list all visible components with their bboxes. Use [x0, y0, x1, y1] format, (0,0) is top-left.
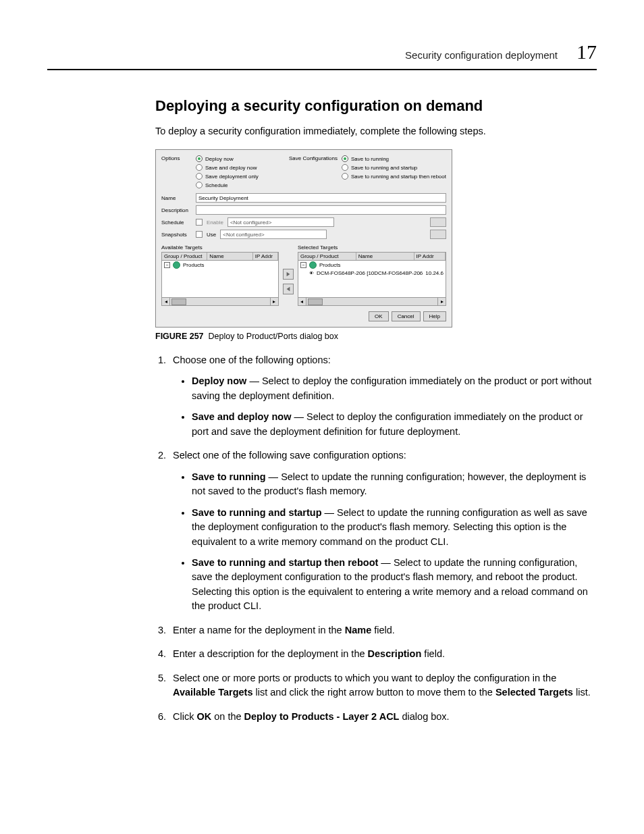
radio-icon: [196, 155, 203, 162]
step-1-bullet-2: Save and deploy now — Select to deploy t…: [192, 410, 597, 439]
schedule-browse-button[interactable]: [430, 217, 446, 227]
available-targets-header: Group / Product Name IP Addr: [161, 252, 279, 261]
option-save-deploy-now[interactable]: Save and deploy now: [196, 164, 259, 171]
available-scrollbar[interactable]: ◂ ▸: [161, 298, 279, 306]
selected-product-name: DCM-FOS648P-206 [10DCM-FOS648P-206: [317, 270, 423, 276]
radio-icon: [342, 173, 348, 180]
lead-paragraph: To deploy a security configuration immed…: [155, 124, 597, 138]
section-title: Security configuration deployment: [405, 49, 558, 61]
radio-icon: [196, 182, 203, 188]
tree-collapse-icon[interactable]: −: [300, 262, 306, 268]
scroll-left-icon[interactable]: ◂: [298, 298, 306, 305]
table-row[interactable]: − Products: [162, 261, 278, 269]
description-label: Description: [161, 207, 192, 213]
selected-targets-panel: Selected Targets Group / Product Name IP…: [298, 244, 446, 306]
radio-icon: [196, 173, 203, 180]
snapshots-value[interactable]: <Not configured>: [220, 230, 327, 239]
save-config-label: Save Configurations: [289, 155, 338, 190]
step-1-bullet-1: Deploy now — Select to deploy the config…: [192, 374, 597, 403]
step-2-bullet-2: Save to running and startup — Select to …: [192, 506, 597, 549]
figure-label: FIGURE 257: [155, 332, 204, 341]
option-deploy-now[interactable]: Deploy now: [196, 155, 259, 162]
step-5: Select one or more ports or products to …: [169, 671, 597, 700]
move-right-button[interactable]: [283, 269, 294, 280]
table-row[interactable]: 👁 DCM-FOS648P-206 [10DCM-FOS648P-206 10.…: [298, 269, 446, 277]
option-save-only[interactable]: Save deployment only: [196, 173, 259, 180]
step-6: Click OK on the Deploy to Products - Lay…: [169, 710, 597, 724]
selected-targets-title: Selected Targets: [298, 244, 446, 251]
selected-scrollbar[interactable]: ◂ ▸: [298, 298, 446, 306]
scroll-left-icon[interactable]: ◂: [162, 298, 170, 305]
available-targets-panel: Available Targets Group / Product Name I…: [161, 244, 279, 306]
step-4: Enter a description for the deployment i…: [169, 647, 597, 661]
step-2: Select one of the following save configu…: [169, 448, 597, 614]
available-targets-list[interactable]: − Products: [161, 261, 279, 298]
options-label: Options: [161, 155, 192, 190]
column-group[interactable]: Group / Product: [298, 253, 356, 260]
products-node-label: Products: [319, 262, 341, 268]
page-header: Security configuration deployment 17: [47, 41, 597, 63]
table-row[interactable]: − Products: [298, 261, 446, 269]
schedule-row-label: Schedule: [161, 219, 192, 226]
chevron-left-icon: [286, 286, 291, 292]
scroll-right-icon[interactable]: ▸: [437, 298, 446, 305]
help-button[interactable]: Help: [423, 311, 446, 321]
page: Security configuration deployment 17 Dep…: [0, 0, 644, 834]
chapter-number: 17: [576, 41, 597, 63]
column-group[interactable]: Group / Product: [162, 253, 207, 260]
name-label: Name: [161, 195, 192, 201]
description-field[interactable]: [196, 205, 446, 215]
step-1: Choose one of the following options: Dep…: [169, 353, 597, 439]
schedule-enable-checkbox[interactable]: [196, 219, 203, 226]
column-name[interactable]: Name: [207, 253, 252, 260]
globe-icon: [309, 261, 317, 269]
radio-icon: [342, 164, 348, 171]
save-running-startup[interactable]: Save to running and startup: [342, 164, 446, 171]
name-field[interactable]: Security Deployment: [196, 193, 446, 203]
cancel-button[interactable]: Cancel: [392, 311, 421, 321]
snapshots-use-label: Use: [207, 232, 216, 238]
steps-list: Choose one of the following options: Dep…: [155, 353, 597, 724]
available-targets-title: Available Targets: [161, 244, 279, 251]
snapshots-use-checkbox[interactable]: [196, 231, 203, 238]
step-2-bullet-3: Save to running and startup then reboot …: [192, 556, 597, 614]
page-title: Deploying a security configuration on de…: [155, 97, 597, 115]
option-schedule[interactable]: Schedule: [196, 182, 259, 188]
column-name[interactable]: Name: [356, 253, 414, 260]
schedule-value[interactable]: <Not configured>: [227, 217, 334, 227]
column-ip[interactable]: IP Addr: [253, 253, 278, 260]
step-3: Enter a name for the deployment in the N…: [169, 623, 597, 637]
snapshots-browse-button[interactable]: [430, 230, 446, 239]
globe-icon: [173, 261, 180, 269]
radio-icon: [196, 164, 203, 171]
step-2-bullet-1: Save to running — Select to update the r…: [192, 470, 597, 499]
selected-product-ip: 10.24.6: [425, 270, 444, 276]
schedule-enable-label: Enable: [207, 219, 223, 226]
chevron-right-icon: [286, 271, 291, 277]
ok-button[interactable]: OK: [369, 311, 389, 321]
scrollbar-thumb[interactable]: [308, 298, 323, 305]
header-rule: [47, 69, 597, 70]
column-ip[interactable]: IP Addr: [414, 253, 446, 260]
move-left-button[interactable]: [283, 284, 294, 294]
save-running-startup-reboot[interactable]: Save to running and startup then reboot: [342, 173, 446, 180]
selected-targets-list[interactable]: − Products 👁 DCM-FOS648P-206 [10DCM-FOS6…: [298, 261, 446, 298]
scroll-right-icon[interactable]: ▸: [270, 298, 278, 305]
snapshots-label: Snapshots: [161, 232, 192, 238]
figure-caption-text: Deploy to Product/Ports dialog box: [209, 332, 338, 341]
save-running[interactable]: Save to running: [342, 155, 446, 162]
figure-caption: FIGURE 257 Deploy to Product/Ports dialo…: [155, 332, 597, 341]
content-column: Deploying a security configuration on de…: [155, 97, 597, 724]
tree-collapse-icon[interactable]: −: [164, 262, 170, 268]
selected-targets-header: Group / Product Name IP Addr: [298, 252, 446, 261]
radio-icon: [342, 155, 348, 162]
deploy-dialog: Options Deploy now Save and deploy now S…: [155, 149, 452, 328]
products-node-label: Products: [183, 262, 205, 268]
scrollbar-thumb[interactable]: [171, 298, 186, 305]
